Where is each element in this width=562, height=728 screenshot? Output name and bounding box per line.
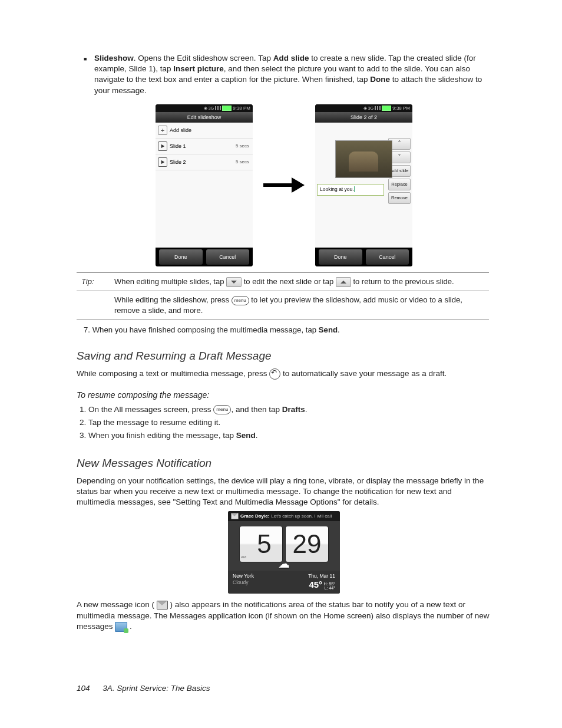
play-icon (158, 157, 167, 167)
resume-steps: On the All messages screen, press menu, … (79, 404, 491, 442)
temperature: 45° (309, 579, 322, 589)
arrow-icon (263, 177, 305, 193)
homescreen-widget: Grace Doyle: Let's catch up soon. I will… (228, 511, 340, 594)
remove-button[interactable]: Remove (388, 192, 411, 204)
message-icon (231, 513, 239, 519)
slideshow-label: Slideshow (94, 54, 134, 62)
battery-icon (382, 106, 391, 111)
screen-title: Slide 2 of 2 (315, 112, 412, 123)
chevron-down-icon (226, 277, 242, 287)
back-key-icon (269, 368, 280, 380)
svg-marker-1 (161, 160, 165, 164)
gps-icon: ◈ (204, 106, 207, 111)
date: Thu, Mar 11 (308, 573, 335, 579)
tip-box: Tip: When editing multiple slides, tap t… (77, 272, 489, 319)
status-bar: ◈ 3G 9:38 PM (156, 104, 253, 112)
svg-marker-0 (161, 144, 165, 148)
new-message-icon (157, 601, 168, 610)
phone-edit-slideshow: ◈ 3G 9:38 PM Edit slideshow + Add slide … (156, 104, 253, 266)
data-icon: 3G (368, 106, 373, 110)
city: New York (233, 573, 254, 579)
step-2: Tap the message to resume editing it. (88, 417, 491, 428)
draft-paragraph: While composing a text or multimedia mes… (77, 368, 491, 380)
tip-row-1: When editing multiple slides, tap to edi… (110, 272, 489, 291)
screen-title: Edit slideshow (156, 112, 253, 123)
condition: Cloudy (233, 579, 254, 585)
notification-paragraph: Depending on your notification settings,… (77, 476, 491, 508)
tip-label: Tip: (77, 272, 110, 291)
phone-slide-detail: ◈ 3G 9:38 PM Slide 2 of 2 ˄ ˅ Add slide … (315, 104, 412, 266)
tip-row-2: While editing the slideshow, press menu … (110, 291, 489, 319)
slide-row[interactable]: Slide 1 5 secs (156, 139, 253, 154)
menu-key-icon: menu (232, 296, 249, 305)
page-number: 104 (77, 684, 90, 693)
messages-app-icon (115, 622, 127, 632)
bullet-slideshow: Slideshow. Opens the Edit slideshow scre… (94, 53, 491, 96)
menu-key-icon: menu (213, 405, 231, 414)
cancel-button[interactable]: Cancel (206, 249, 250, 265)
slide-row[interactable]: Slide 2 5 secs (156, 154, 253, 170)
step-1: On the All messages screen, press menu, … (88, 404, 491, 415)
signal-icon (375, 106, 381, 110)
add-slide-row[interactable]: + Add slide (156, 123, 253, 139)
done-button[interactable]: Done (159, 249, 203, 265)
done-button[interactable]: Done (319, 249, 362, 265)
plus-icon: + (158, 126, 167, 135)
breadcrumb: 3A. Sprint Service: The Basics (103, 684, 210, 693)
signal-icon (215, 106, 221, 110)
cancel-button[interactable]: Cancel (366, 249, 409, 265)
step-7: 7. When you have finished composing the … (84, 325, 491, 334)
gps-icon: ◈ (363, 106, 367, 111)
data-icon: 3G (209, 106, 214, 110)
subheading-resume: To resume composing the message: (77, 390, 491, 400)
heading-new-messages: New Messages Notification (77, 457, 491, 470)
page-footer: 104 3A. Sprint Service: The Basics (77, 684, 210, 693)
status-bar: ◈ 3G 9:38 PM (315, 104, 412, 112)
heading-saving-draft: Saving and Resuming a Draft Message (77, 350, 491, 363)
notification-ticker: Grace Doyle: Let's catch up soon. I will… (228, 511, 340, 521)
chevron-up-icon (336, 277, 351, 287)
clock: 9:38 PM (392, 106, 410, 111)
screenshot-row: ◈ 3G 9:38 PM Edit slideshow + Add slide … (77, 104, 491, 266)
play-icon (158, 141, 167, 151)
battery-icon (222, 106, 232, 111)
caption-input[interactable]: Looking at you. (317, 184, 384, 196)
tail-paragraph: A new message icon ( ) also appears in t… (77, 599, 491, 632)
replace-button[interactable]: Replace (388, 179, 411, 190)
slide-image[interactable] (335, 140, 392, 178)
clock: 9:38 PM (233, 106, 250, 111)
step-3: When you finish editing the message, tap… (88, 430, 491, 441)
